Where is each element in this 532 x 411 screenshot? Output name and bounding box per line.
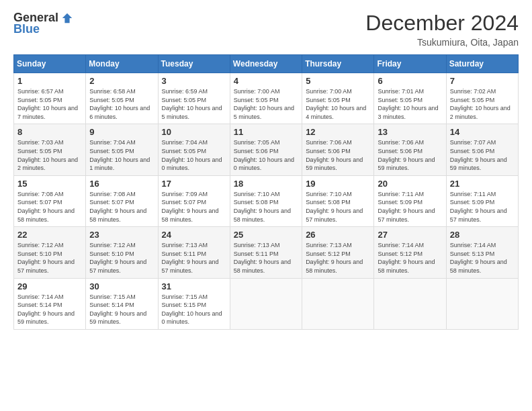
day-info: Sunrise: 7:13 AM Sunset: 5:12 PM Dayligh… (306, 241, 370, 275)
table-row: 20Sunrise: 7:11 AM Sunset: 5:09 PM Dayli… (374, 175, 446, 226)
table-row: 25Sunrise: 7:13 AM Sunset: 5:11 PM Dayli… (230, 227, 302, 278)
table-row: 16Sunrise: 7:08 AM Sunset: 5:07 PM Dayli… (86, 175, 158, 226)
day-number: 9 (89, 127, 154, 137)
day-info: Sunrise: 7:00 AM Sunset: 5:05 PM Dayligh… (234, 87, 298, 121)
day-info: Sunrise: 7:13 AM Sunset: 5:11 PM Dayligh… (234, 241, 298, 275)
calendar-header-row: Sunday Monday Tuesday Wednesday Thursday… (14, 55, 519, 73)
day-number: 10 (162, 127, 226, 137)
table-row: 1Sunrise: 6:57 AM Sunset: 5:05 PM Daylig… (14, 73, 86, 124)
day-number: 16 (89, 179, 154, 189)
table-row: 5Sunrise: 7:00 AM Sunset: 5:05 PM Daylig… (302, 73, 374, 124)
col-thursday: Thursday (302, 55, 374, 73)
day-number: 19 (306, 179, 370, 189)
day-info: Sunrise: 7:04 AM Sunset: 5:05 PM Dayligh… (162, 138, 226, 172)
day-info: Sunrise: 7:06 AM Sunset: 5:06 PM Dayligh… (378, 138, 442, 172)
calendar-week-5: 29Sunrise: 7:14 AM Sunset: 5:14 PM Dayli… (14, 278, 519, 329)
calendar-week-1: 1Sunrise: 6:57 AM Sunset: 5:05 PM Daylig… (14, 73, 519, 124)
table-row: 11Sunrise: 7:05 AM Sunset: 5:06 PM Dayli… (230, 124, 302, 175)
table-row: 9Sunrise: 7:04 AM Sunset: 5:05 PM Daylig… (86, 124, 158, 175)
table-row: 19Sunrise: 7:10 AM Sunset: 5:08 PM Dayli… (302, 175, 374, 226)
day-info: Sunrise: 6:58 AM Sunset: 5:05 PM Dayligh… (89, 87, 154, 121)
table-row (230, 278, 302, 329)
day-number: 4 (234, 76, 298, 86)
day-info: Sunrise: 7:15 AM Sunset: 5:14 PM Dayligh… (89, 293, 154, 326)
day-number: 13 (378, 127, 442, 137)
table-row: 12Sunrise: 7:06 AM Sunset: 5:06 PM Dayli… (302, 124, 374, 175)
day-info: Sunrise: 7:14 AM Sunset: 5:13 PM Dayligh… (450, 241, 515, 275)
table-row: 23Sunrise: 7:12 AM Sunset: 5:10 PM Dayli… (86, 227, 158, 278)
col-sunday: Sunday (14, 55, 86, 73)
table-row (446, 278, 518, 329)
day-number: 31 (162, 281, 226, 291)
col-monday: Monday (86, 55, 158, 73)
calendar-week-3: 15Sunrise: 7:08 AM Sunset: 5:07 PM Dayli… (14, 175, 519, 226)
col-wednesday: Wednesday (230, 55, 302, 73)
calendar-week-2: 8Sunrise: 7:03 AM Sunset: 5:05 PM Daylig… (14, 124, 519, 175)
table-row: 4Sunrise: 7:00 AM Sunset: 5:05 PM Daylig… (230, 73, 302, 124)
day-number: 12 (306, 127, 370, 137)
table-row: 18Sunrise: 7:10 AM Sunset: 5:08 PM Dayli… (230, 175, 302, 226)
table-row: 17Sunrise: 7:09 AM Sunset: 5:07 PM Dayli… (158, 175, 230, 226)
location: Tsukumiura, Oita, Japan (365, 37, 519, 48)
table-row: 14Sunrise: 7:07 AM Sunset: 5:06 PM Dayli… (446, 124, 518, 175)
day-number: 8 (17, 127, 82, 137)
page: General Blue December 2024 Tsukumiura, O… (0, 0, 532, 411)
table-row: 22Sunrise: 7:12 AM Sunset: 5:10 PM Dayli… (14, 227, 86, 278)
day-info: Sunrise: 7:06 AM Sunset: 5:06 PM Dayligh… (306, 138, 370, 172)
logo: General Blue (13, 11, 73, 36)
table-row: 3Sunrise: 6:59 AM Sunset: 5:05 PM Daylig… (158, 73, 230, 124)
table-row: 21Sunrise: 7:11 AM Sunset: 5:09 PM Dayli… (446, 175, 518, 226)
table-row: 6Sunrise: 7:01 AM Sunset: 5:05 PM Daylig… (374, 73, 446, 124)
day-number: 23 (89, 230, 154, 240)
table-row: 29Sunrise: 7:14 AM Sunset: 5:14 PM Dayli… (14, 278, 86, 329)
day-number: 11 (234, 127, 298, 137)
calendar-table: Sunday Monday Tuesday Wednesday Thursday… (13, 54, 519, 330)
day-info: Sunrise: 7:02 AM Sunset: 5:05 PM Dayligh… (450, 87, 515, 121)
table-row: 28Sunrise: 7:14 AM Sunset: 5:13 PM Dayli… (446, 227, 518, 278)
day-number: 25 (234, 230, 298, 240)
col-friday: Friday (374, 55, 446, 73)
table-row: 7Sunrise: 7:02 AM Sunset: 5:05 PM Daylig… (446, 73, 518, 124)
day-number: 30 (89, 281, 154, 291)
day-number: 1 (17, 76, 82, 86)
day-number: 6 (378, 76, 442, 86)
day-number: 2 (89, 76, 154, 86)
day-number: 27 (378, 230, 442, 240)
day-info: Sunrise: 7:14 AM Sunset: 5:12 PM Dayligh… (378, 241, 442, 275)
day-info: Sunrise: 7:08 AM Sunset: 5:07 PM Dayligh… (89, 190, 154, 224)
col-saturday: Saturday (446, 55, 518, 73)
day-info: Sunrise: 7:01 AM Sunset: 5:05 PM Dayligh… (378, 87, 442, 121)
svg-marker-0 (62, 13, 72, 22)
day-info: Sunrise: 7:15 AM Sunset: 5:15 PM Dayligh… (162, 293, 226, 326)
table-row: 15Sunrise: 7:08 AM Sunset: 5:07 PM Dayli… (14, 175, 86, 226)
day-number: 20 (378, 179, 442, 189)
table-row: 13Sunrise: 7:06 AM Sunset: 5:06 PM Dayli… (374, 124, 446, 175)
table-row: 26Sunrise: 7:13 AM Sunset: 5:12 PM Dayli… (302, 227, 374, 278)
logo-icon (61, 12, 73, 24)
day-info: Sunrise: 6:59 AM Sunset: 5:05 PM Dayligh… (162, 87, 226, 121)
day-number: 14 (450, 127, 515, 137)
table-row (302, 278, 374, 329)
day-info: Sunrise: 7:05 AM Sunset: 5:06 PM Dayligh… (234, 138, 298, 172)
day-info: Sunrise: 7:03 AM Sunset: 5:05 PM Dayligh… (17, 138, 82, 172)
day-number: 5 (306, 76, 370, 86)
table-row: 30Sunrise: 7:15 AM Sunset: 5:14 PM Dayli… (86, 278, 158, 329)
day-number: 18 (234, 179, 298, 189)
day-number: 28 (450, 230, 515, 240)
table-row: 10Sunrise: 7:04 AM Sunset: 5:05 PM Dayli… (158, 124, 230, 175)
table-row: 2Sunrise: 6:58 AM Sunset: 5:05 PM Daylig… (86, 73, 158, 124)
day-info: Sunrise: 6:57 AM Sunset: 5:05 PM Dayligh… (17, 87, 82, 121)
table-row: 27Sunrise: 7:14 AM Sunset: 5:12 PM Dayli… (374, 227, 446, 278)
day-info: Sunrise: 7:04 AM Sunset: 5:05 PM Dayligh… (89, 138, 154, 172)
header: General Blue December 2024 Tsukumiura, O… (13, 11, 519, 48)
day-number: 7 (450, 76, 515, 86)
title-area: December 2024 Tsukumiura, Oita, Japan (365, 11, 519, 48)
calendar-week-4: 22Sunrise: 7:12 AM Sunset: 5:10 PM Dayli… (14, 227, 519, 278)
day-number: 21 (450, 179, 515, 189)
day-info: Sunrise: 7:09 AM Sunset: 5:07 PM Dayligh… (162, 190, 226, 224)
day-number: 3 (162, 76, 226, 86)
day-number: 26 (306, 230, 370, 240)
day-info: Sunrise: 7:10 AM Sunset: 5:08 PM Dayligh… (306, 190, 370, 224)
day-info: Sunrise: 7:14 AM Sunset: 5:14 PM Dayligh… (17, 293, 82, 326)
day-number: 22 (17, 230, 82, 240)
